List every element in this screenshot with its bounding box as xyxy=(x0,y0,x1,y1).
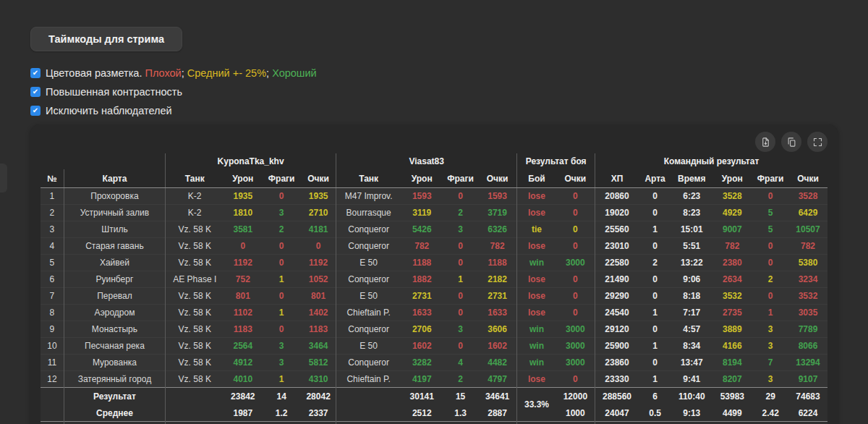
cell: 8066 xyxy=(788,338,827,355)
cell: Среднее xyxy=(64,404,165,422)
cell: 24047 xyxy=(595,404,639,422)
cell: win xyxy=(517,321,556,338)
table-row: 7ПеревалVz. 58 K8010801E 50273102731lose… xyxy=(41,288,827,305)
group-header: Результат боя xyxy=(517,153,595,169)
fullscreen-icon xyxy=(812,137,823,148)
cell: 1000 xyxy=(556,404,595,422)
cell: 3719 xyxy=(478,205,517,221)
table-row: 2Устричный заливK-2181032710Bourrasque31… xyxy=(41,205,827,221)
group-header xyxy=(41,153,166,169)
checkbox-checked[interactable]: ✔ xyxy=(30,87,41,97)
bottom-column-header: Урон xyxy=(224,422,262,424)
cell: 1 xyxy=(639,338,671,355)
cell: 9107 xyxy=(788,371,827,388)
fullscreen-button[interactable] xyxy=(807,132,827,152)
cell: 3889 xyxy=(712,321,752,338)
cell: 3 xyxy=(443,321,478,338)
cell: 1602 xyxy=(401,338,443,355)
cell xyxy=(166,404,224,422)
cell: 2731 xyxy=(478,288,517,305)
column-header: Фраги xyxy=(262,169,301,188)
cell: 2564 xyxy=(224,338,262,355)
copy-button[interactable] xyxy=(781,132,801,152)
cell: Vz. 58 K xyxy=(166,255,224,271)
cell: 1102 xyxy=(224,305,262,321)
table-row: 6РуинбергAE Phase I75211052Conqueror1882… xyxy=(41,271,827,288)
cell: 4 xyxy=(41,238,64,255)
cell: 0.5 xyxy=(639,404,671,422)
cell: Vz. 58 K xyxy=(166,221,224,238)
cell: 2731 xyxy=(401,288,443,305)
column-header: Карта xyxy=(64,169,165,188)
export-file-button[interactable] xyxy=(755,132,775,152)
cell: 6 xyxy=(639,388,671,405)
checkbox-checked[interactable]: ✔ xyxy=(30,68,41,78)
cell: 74683 xyxy=(788,388,827,405)
column-header: Время xyxy=(671,169,712,188)
cell: 0 xyxy=(443,305,478,321)
cell: 3532 xyxy=(788,288,827,305)
average-row: Среднее19871.2233725121.328871000240470.… xyxy=(41,404,827,422)
cell: 5 xyxy=(41,255,64,271)
bottom-column-header: Фраги xyxy=(262,422,301,424)
cell: 1 xyxy=(639,305,671,321)
cell: 3035 xyxy=(788,305,827,321)
cell: 10 xyxy=(41,338,64,355)
cell: Chieftain P. xyxy=(336,371,401,388)
cell: 13:47 xyxy=(671,355,712,371)
cell: 8:23 xyxy=(671,205,712,221)
bottom-column-header: Фраги xyxy=(752,422,788,424)
cell: 4166 xyxy=(712,338,752,355)
cell: 1935 xyxy=(224,188,262,205)
cell: Прохоровка xyxy=(64,188,165,205)
cell: 0 xyxy=(262,188,301,205)
cell: 8 xyxy=(41,305,64,321)
cell: 782 xyxy=(401,238,443,255)
left-edge-tab[interactable] xyxy=(0,164,7,192)
cell: 801 xyxy=(224,288,262,305)
column-header: Арта xyxy=(639,169,671,188)
checkbox-checked[interactable]: ✔ xyxy=(30,106,41,116)
cell: 1593 xyxy=(478,188,517,205)
cell: 4 xyxy=(443,355,478,371)
result-row: Результат23842142804230141153464133.3%12… xyxy=(41,388,827,405)
cell: 7 xyxy=(41,288,64,305)
column-header: Фраги xyxy=(443,169,478,188)
cell: 2 xyxy=(639,255,671,271)
bottom-column-header xyxy=(517,422,556,424)
bottom-column-header xyxy=(64,422,165,424)
cell: AE Phase I xyxy=(166,271,224,288)
timecodes-button[interactable]: Таймкоды для стрима xyxy=(30,27,182,51)
column-header: Фраги xyxy=(752,169,788,188)
cell: 3 xyxy=(262,338,301,355)
cell xyxy=(166,388,224,405)
cell: Vz. 58 K xyxy=(166,238,224,255)
cell: 19020 xyxy=(595,205,639,221)
cell: 1633 xyxy=(401,305,443,321)
cell: Затерянный город xyxy=(64,371,165,388)
cell: lose xyxy=(517,271,556,288)
cell: 1633 xyxy=(478,305,517,321)
cell: 3528 xyxy=(712,188,752,205)
cell: 1882 xyxy=(401,271,443,288)
cell: 0 xyxy=(443,338,478,355)
cell: 15:01 xyxy=(671,221,712,238)
cell: Хайвей xyxy=(64,255,165,271)
cell: 801 xyxy=(301,288,336,305)
table-row: 3ШтильVz. 58 K358124181Conqueror54263632… xyxy=(41,221,827,238)
bottom-column-header: Арта xyxy=(639,422,671,424)
bottom-column-header xyxy=(41,422,64,424)
option-row: ✔Исключить наблюдателей xyxy=(30,101,317,120)
bottom-column-header: Очки xyxy=(301,422,336,424)
cell: 0 xyxy=(639,238,671,255)
cell: 13:22 xyxy=(671,255,712,271)
cell: 4929 xyxy=(712,205,752,221)
cell: 7789 xyxy=(788,321,827,338)
cell: 9:41 xyxy=(671,371,712,388)
cell: Chieftain P. xyxy=(336,305,401,321)
option-label-part: Хороший xyxy=(272,67,317,79)
table-row: 11МурованкаVz. 58 K491235812Conqueror328… xyxy=(41,355,827,371)
column-header: № xyxy=(41,169,64,188)
cell: 25560 xyxy=(595,221,639,238)
cell: 2512 xyxy=(401,404,443,422)
